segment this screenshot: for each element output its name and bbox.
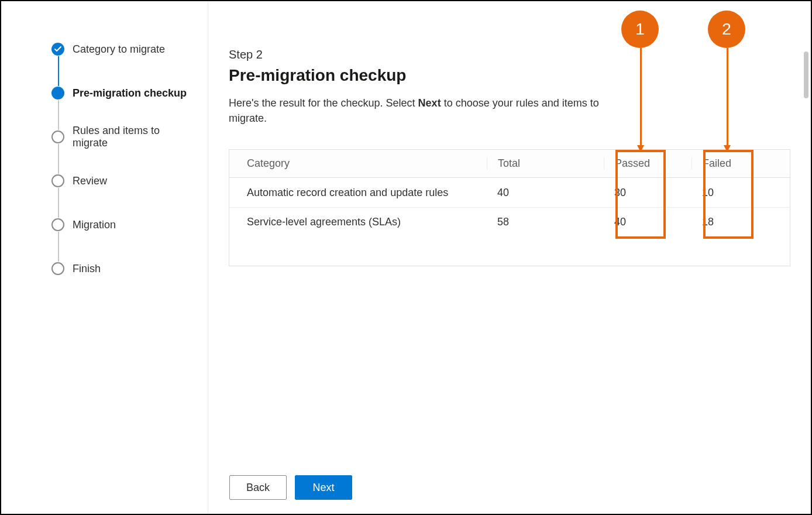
step-category-to-migrate[interactable]: Category to migrate bbox=[51, 42, 190, 56]
cell-total: 58 bbox=[487, 216, 604, 228]
current-step-icon bbox=[51, 87, 64, 99]
pending-step-icon bbox=[51, 262, 64, 275]
step-label: Finish bbox=[73, 263, 101, 275]
main-content: Step 2 Pre-migration checkup Here's the … bbox=[208, 1, 811, 514]
step-connector bbox=[58, 188, 59, 218]
check-icon bbox=[51, 43, 64, 56]
step-label: Rules and items to migrate bbox=[73, 125, 190, 149]
header-total[interactable]: Total bbox=[487, 157, 604, 170]
step-label: Migration bbox=[73, 219, 116, 231]
header-category[interactable]: Category bbox=[229, 157, 487, 170]
header-passed[interactable]: Passed bbox=[604, 157, 691, 170]
step-connector bbox=[58, 144, 59, 174]
step-number: Step 2 bbox=[229, 48, 790, 61]
pending-step-icon bbox=[51, 174, 64, 187]
step-rules-and-items[interactable]: Rules and items to migrate bbox=[51, 130, 190, 144]
cell-passed: 30 bbox=[604, 187, 691, 199]
step-label: Category to migrate bbox=[73, 43, 165, 56]
cell-total: 40 bbox=[487, 187, 604, 199]
cell-category: Automatic record creation and update rul… bbox=[229, 187, 487, 199]
pending-step-icon bbox=[51, 131, 64, 143]
next-button[interactable]: Next bbox=[295, 475, 352, 500]
step-connector bbox=[58, 232, 59, 262]
table-body: Automatic record creation and update rul… bbox=[229, 178, 790, 266]
step-review[interactable]: Review bbox=[51, 174, 190, 188]
wizard-stepper: Category to migrate Pre-migration checku… bbox=[1, 1, 208, 514]
table-row[interactable]: Automatic record creation and update rul… bbox=[229, 178, 790, 207]
desc-pre: Here's the result for the checkup. Selec… bbox=[229, 97, 418, 109]
page-description: Here's the result for the checkup. Selec… bbox=[229, 95, 603, 126]
step-connector bbox=[58, 100, 59, 130]
page-title: Pre-migration checkup bbox=[229, 66, 790, 85]
step-label: Pre-migration checkup bbox=[73, 87, 187, 99]
desc-bold: Next bbox=[418, 97, 441, 109]
pending-step-icon bbox=[51, 218, 64, 231]
cell-failed: 10 bbox=[691, 187, 779, 199]
step-connector bbox=[58, 56, 59, 86]
table-header: Category Total Passed Failed bbox=[229, 150, 790, 178]
cell-failed: 18 bbox=[691, 216, 779, 228]
cell-passed: 40 bbox=[604, 216, 691, 228]
step-pre-migration-checkup[interactable]: Pre-migration checkup bbox=[51, 86, 190, 100]
back-button[interactable]: Back bbox=[229, 475, 287, 500]
table-row[interactable]: Service-level agreements (SLAs) 58 40 18 bbox=[229, 207, 790, 236]
cell-category: Service-level agreements (SLAs) bbox=[229, 216, 487, 228]
step-migration[interactable]: Migration bbox=[51, 218, 190, 232]
results-table: Category Total Passed Failed Automatic r… bbox=[229, 149, 790, 266]
app-frame: Category to migrate Pre-migration checku… bbox=[0, 0, 812, 515]
scrollbar-thumb[interactable] bbox=[804, 52, 808, 98]
step-label: Review bbox=[73, 175, 107, 187]
header-failed[interactable]: Failed bbox=[691, 157, 779, 170]
wizard-footer: Back Next bbox=[229, 475, 352, 500]
layout: Category to migrate Pre-migration checku… bbox=[1, 1, 811, 514]
step-finish[interactable]: Finish bbox=[51, 262, 190, 276]
